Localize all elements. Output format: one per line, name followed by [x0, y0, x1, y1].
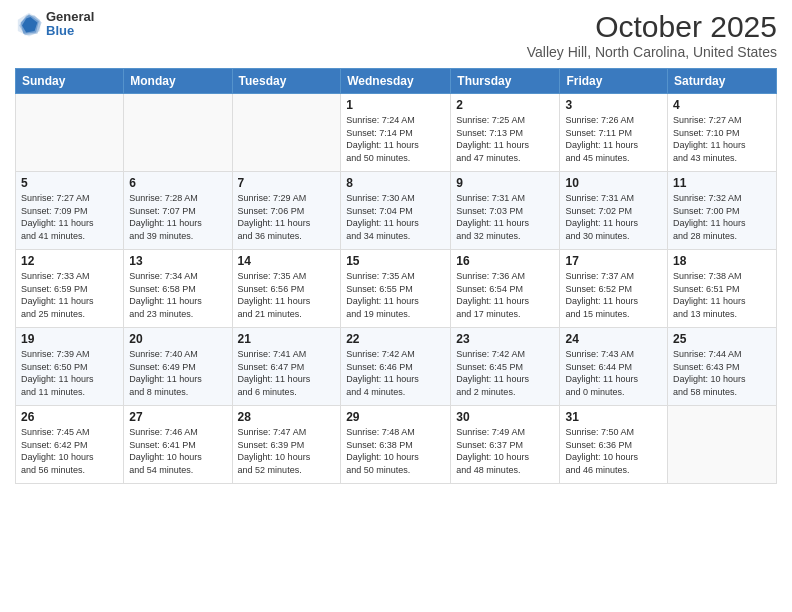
header-monday: Monday: [124, 69, 232, 94]
table-row: 10Sunrise: 7:31 AM Sunset: 7:02 PM Dayli…: [560, 172, 668, 250]
table-row: 3Sunrise: 7:26 AM Sunset: 7:11 PM Daylig…: [560, 94, 668, 172]
table-row: 27Sunrise: 7:46 AM Sunset: 6:41 PM Dayli…: [124, 406, 232, 484]
day-info: Sunrise: 7:27 AM Sunset: 7:10 PM Dayligh…: [673, 114, 771, 164]
table-row: 13Sunrise: 7:34 AM Sunset: 6:58 PM Dayli…: [124, 250, 232, 328]
day-number: 1: [346, 98, 445, 112]
day-number: 29: [346, 410, 445, 424]
day-info: Sunrise: 7:37 AM Sunset: 6:52 PM Dayligh…: [565, 270, 662, 320]
page: General Blue October 2025 Valley Hill, N…: [0, 0, 792, 612]
table-row: 8Sunrise: 7:30 AM Sunset: 7:04 PM Daylig…: [341, 172, 451, 250]
table-row: 9Sunrise: 7:31 AM Sunset: 7:03 PM Daylig…: [451, 172, 560, 250]
day-info: Sunrise: 7:47 AM Sunset: 6:39 PM Dayligh…: [238, 426, 336, 476]
table-row: 2Sunrise: 7:25 AM Sunset: 7:13 PM Daylig…: [451, 94, 560, 172]
day-number: 28: [238, 410, 336, 424]
table-row: [668, 406, 777, 484]
day-info: Sunrise: 7:43 AM Sunset: 6:44 PM Dayligh…: [565, 348, 662, 398]
table-row: 17Sunrise: 7:37 AM Sunset: 6:52 PM Dayli…: [560, 250, 668, 328]
table-row: 31Sunrise: 7:50 AM Sunset: 6:36 PM Dayli…: [560, 406, 668, 484]
location: Valley Hill, North Carolina, United Stat…: [527, 44, 777, 60]
logo-general: General: [46, 10, 94, 24]
week-row-1: 1Sunrise: 7:24 AM Sunset: 7:14 PM Daylig…: [16, 94, 777, 172]
table-row: 19Sunrise: 7:39 AM Sunset: 6:50 PM Dayli…: [16, 328, 124, 406]
table-row: 25Sunrise: 7:44 AM Sunset: 6:43 PM Dayli…: [668, 328, 777, 406]
header-tuesday: Tuesday: [232, 69, 341, 94]
day-info: Sunrise: 7:24 AM Sunset: 7:14 PM Dayligh…: [346, 114, 445, 164]
day-number: 23: [456, 332, 554, 346]
table-row: 5Sunrise: 7:27 AM Sunset: 7:09 PM Daylig…: [16, 172, 124, 250]
day-info: Sunrise: 7:45 AM Sunset: 6:42 PM Dayligh…: [21, 426, 118, 476]
header-sunday: Sunday: [16, 69, 124, 94]
title-section: October 2025 Valley Hill, North Carolina…: [527, 10, 777, 60]
day-info: Sunrise: 7:48 AM Sunset: 6:38 PM Dayligh…: [346, 426, 445, 476]
table-row: 14Sunrise: 7:35 AM Sunset: 6:56 PM Dayli…: [232, 250, 341, 328]
table-row: [232, 94, 341, 172]
day-number: 14: [238, 254, 336, 268]
day-number: 15: [346, 254, 445, 268]
day-info: Sunrise: 7:40 AM Sunset: 6:49 PM Dayligh…: [129, 348, 226, 398]
day-info: Sunrise: 7:32 AM Sunset: 7:00 PM Dayligh…: [673, 192, 771, 242]
day-info: Sunrise: 7:30 AM Sunset: 7:04 PM Dayligh…: [346, 192, 445, 242]
day-info: Sunrise: 7:38 AM Sunset: 6:51 PM Dayligh…: [673, 270, 771, 320]
day-info: Sunrise: 7:39 AM Sunset: 6:50 PM Dayligh…: [21, 348, 118, 398]
header-friday: Friday: [560, 69, 668, 94]
day-info: Sunrise: 7:46 AM Sunset: 6:41 PM Dayligh…: [129, 426, 226, 476]
logo-icon: [15, 10, 43, 38]
day-info: Sunrise: 7:50 AM Sunset: 6:36 PM Dayligh…: [565, 426, 662, 476]
table-row: 24Sunrise: 7:43 AM Sunset: 6:44 PM Dayli…: [560, 328, 668, 406]
logo: General Blue: [15, 10, 94, 39]
table-row: 21Sunrise: 7:41 AM Sunset: 6:47 PM Dayli…: [232, 328, 341, 406]
day-number: 10: [565, 176, 662, 190]
day-number: 17: [565, 254, 662, 268]
day-info: Sunrise: 7:36 AM Sunset: 6:54 PM Dayligh…: [456, 270, 554, 320]
day-number: 21: [238, 332, 336, 346]
table-row: 1Sunrise: 7:24 AM Sunset: 7:14 PM Daylig…: [341, 94, 451, 172]
day-info: Sunrise: 7:27 AM Sunset: 7:09 PM Dayligh…: [21, 192, 118, 242]
logo-blue: Blue: [46, 24, 94, 38]
day-number: 31: [565, 410, 662, 424]
day-number: 18: [673, 254, 771, 268]
day-info: Sunrise: 7:49 AM Sunset: 6:37 PM Dayligh…: [456, 426, 554, 476]
day-info: Sunrise: 7:25 AM Sunset: 7:13 PM Dayligh…: [456, 114, 554, 164]
day-info: Sunrise: 7:31 AM Sunset: 7:02 PM Dayligh…: [565, 192, 662, 242]
day-info: Sunrise: 7:34 AM Sunset: 6:58 PM Dayligh…: [129, 270, 226, 320]
day-number: 9: [456, 176, 554, 190]
table-row: 23Sunrise: 7:42 AM Sunset: 6:45 PM Dayli…: [451, 328, 560, 406]
table-row: 12Sunrise: 7:33 AM Sunset: 6:59 PM Dayli…: [16, 250, 124, 328]
week-row-3: 12Sunrise: 7:33 AM Sunset: 6:59 PM Dayli…: [16, 250, 777, 328]
calendar: Sunday Monday Tuesday Wednesday Thursday…: [15, 68, 777, 484]
header-saturday: Saturday: [668, 69, 777, 94]
header-thursday: Thursday: [451, 69, 560, 94]
table-row: 7Sunrise: 7:29 AM Sunset: 7:06 PM Daylig…: [232, 172, 341, 250]
day-number: 19: [21, 332, 118, 346]
logo-text: General Blue: [46, 10, 94, 39]
calendar-header-row: Sunday Monday Tuesday Wednesday Thursday…: [16, 69, 777, 94]
table-row: 30Sunrise: 7:49 AM Sunset: 6:37 PM Dayli…: [451, 406, 560, 484]
day-info: Sunrise: 7:33 AM Sunset: 6:59 PM Dayligh…: [21, 270, 118, 320]
day-number: 30: [456, 410, 554, 424]
header-wednesday: Wednesday: [341, 69, 451, 94]
table-row: 26Sunrise: 7:45 AM Sunset: 6:42 PM Dayli…: [16, 406, 124, 484]
day-info: Sunrise: 7:41 AM Sunset: 6:47 PM Dayligh…: [238, 348, 336, 398]
day-info: Sunrise: 7:42 AM Sunset: 6:46 PM Dayligh…: [346, 348, 445, 398]
day-number: 2: [456, 98, 554, 112]
day-info: Sunrise: 7:26 AM Sunset: 7:11 PM Dayligh…: [565, 114, 662, 164]
table-row: [124, 94, 232, 172]
table-row: 22Sunrise: 7:42 AM Sunset: 6:46 PM Dayli…: [341, 328, 451, 406]
day-number: 26: [21, 410, 118, 424]
day-info: Sunrise: 7:29 AM Sunset: 7:06 PM Dayligh…: [238, 192, 336, 242]
week-row-4: 19Sunrise: 7:39 AM Sunset: 6:50 PM Dayli…: [16, 328, 777, 406]
day-number: 27: [129, 410, 226, 424]
day-number: 4: [673, 98, 771, 112]
day-info: Sunrise: 7:31 AM Sunset: 7:03 PM Dayligh…: [456, 192, 554, 242]
table-row: 29Sunrise: 7:48 AM Sunset: 6:38 PM Dayli…: [341, 406, 451, 484]
week-row-5: 26Sunrise: 7:45 AM Sunset: 6:42 PM Dayli…: [16, 406, 777, 484]
day-number: 22: [346, 332, 445, 346]
day-number: 16: [456, 254, 554, 268]
week-row-2: 5Sunrise: 7:27 AM Sunset: 7:09 PM Daylig…: [16, 172, 777, 250]
day-number: 3: [565, 98, 662, 112]
table-row: 18Sunrise: 7:38 AM Sunset: 6:51 PM Dayli…: [668, 250, 777, 328]
day-number: 5: [21, 176, 118, 190]
table-row: 4Sunrise: 7:27 AM Sunset: 7:10 PM Daylig…: [668, 94, 777, 172]
table-row: 16Sunrise: 7:36 AM Sunset: 6:54 PM Dayli…: [451, 250, 560, 328]
day-number: 20: [129, 332, 226, 346]
